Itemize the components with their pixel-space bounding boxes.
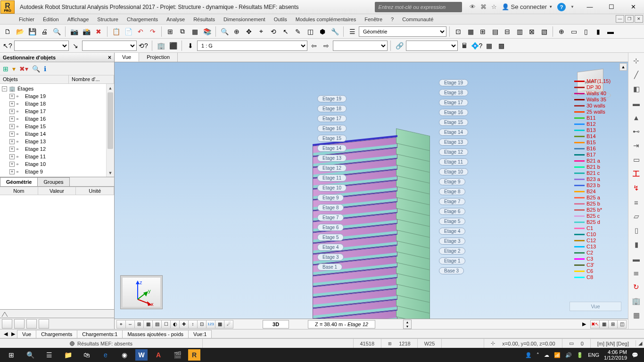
battery-icon[interactable]: 🔋 xyxy=(577,352,583,358)
snap8-icon[interactable]: ▧ xyxy=(538,26,550,37)
side-bar-icon[interactable]: ╱ xyxy=(630,69,643,81)
cloud-icon[interactable]: ☁ xyxy=(544,352,549,358)
mdi-minimize-button[interactable]: — xyxy=(616,15,624,23)
panel-close-icon[interactable]: × xyxy=(108,54,111,61)
pan-icon[interactable]: ✥ xyxy=(243,26,255,37)
select-combo-3[interactable] xyxy=(333,41,388,51)
layout-combo[interactable]: Géométrie xyxy=(359,26,446,37)
menu-resultats[interactable]: Résultats xyxy=(193,16,215,22)
notifications-icon[interactable]: 💬 xyxy=(632,352,638,358)
snap3-icon[interactable]: ⊞ xyxy=(477,26,488,37)
footer-btn-2[interactable] xyxy=(14,319,25,329)
cascade-icon[interactable]: ⧉ xyxy=(177,26,188,37)
tree-item[interactable]: +▫Etage 16 xyxy=(0,115,114,123)
mt-8[interactable]: ✚ xyxy=(179,320,189,329)
tree-item[interactable]: +▫Etage 13 xyxy=(0,138,114,145)
side-story-icon[interactable]: ≣ xyxy=(630,267,643,279)
save-icon[interactable]: 💾 xyxy=(26,26,38,37)
chrome-icon[interactable]: ◉ xyxy=(115,348,134,362)
mdi-restore-button[interactable]: ❐ xyxy=(625,15,634,23)
side-profile-icon[interactable]: ◧ xyxy=(630,83,643,95)
filter1-icon[interactable]: ↘ xyxy=(70,40,81,51)
rt-2[interactable]: ▦ xyxy=(599,320,609,329)
undo-icon[interactable]: ↶ xyxy=(135,26,146,37)
mt-11[interactable]: 123 xyxy=(206,320,215,329)
menu-affichage[interactable]: Affichage xyxy=(67,16,89,22)
tree-item[interactable]: +▫Etage 14 xyxy=(0,130,114,138)
side-wall-icon[interactable]: ▯ xyxy=(630,224,643,237)
zoom-extents-icon[interactable]: ⊕ xyxy=(231,26,242,37)
wrench-icon[interactable]: 🔧 xyxy=(329,26,340,37)
search-taskbar-icon[interactable]: 🔍 xyxy=(21,348,40,362)
find-icon[interactable]: 🔍 xyxy=(32,65,40,73)
menu-modules[interactable]: Modules complémentaires xyxy=(296,16,356,22)
view2-icon[interactable]: ▯ xyxy=(580,26,592,37)
vscroll-up[interactable]: ▲ xyxy=(619,63,627,71)
mt-6[interactable]: ☐ xyxy=(161,320,171,329)
load-prev-icon[interactable]: ⇦ xyxy=(308,40,320,51)
snap6-icon[interactable]: ▥ xyxy=(514,26,525,37)
window-icon[interactable]: ⊞ xyxy=(165,26,176,37)
menu-communaute[interactable]: Communauté xyxy=(402,16,433,22)
rt-1[interactable]: ✖↖ xyxy=(590,320,600,329)
side-load-icon[interactable]: ↯ xyxy=(630,182,643,194)
layers-icon[interactable]: 📚 xyxy=(201,26,213,37)
grid1-icon[interactable]: ▦ xyxy=(483,40,495,51)
axis-gizmo[interactable]: z y x xyxy=(120,275,163,309)
menu-help[interactable]: ? xyxy=(391,16,394,22)
word-icon[interactable]: W xyxy=(135,349,148,361)
menu-edition[interactable]: Édition xyxy=(43,16,59,22)
rt-4[interactable]: ◫ xyxy=(617,320,627,329)
mt-5[interactable]: ▤ xyxy=(152,320,162,329)
delete-icon[interactable]: ✖ xyxy=(93,26,104,37)
volume-icon[interactable]: 🔊 xyxy=(565,352,572,358)
tree-item[interactable]: +▫Etage 15 xyxy=(0,123,114,130)
tabs-next[interactable]: ▶ xyxy=(9,331,17,337)
side-refresh-icon[interactable]: ↻ xyxy=(630,281,643,293)
layout-manager-icon[interactable]: ☰ xyxy=(347,26,358,37)
view-mode-indicator[interactable]: 3D xyxy=(263,320,289,329)
minimize-button[interactable]: — xyxy=(579,0,601,14)
help-icon[interactable]: ? xyxy=(557,3,566,11)
col-objets[interactable]: Objets xyxy=(0,75,69,83)
side-isection-icon[interactable]: 工 xyxy=(630,168,643,180)
wifi-icon[interactable]: 📶 xyxy=(554,352,561,358)
view1-icon[interactable]: ▭ xyxy=(568,26,579,37)
vue-overlay-button[interactable]: Vue xyxy=(570,302,621,311)
side-table-icon[interactable]: ▦ xyxy=(630,309,643,321)
info-icon[interactable]: ℹ xyxy=(44,65,46,73)
loadcase-combo[interactable]: 1 : G xyxy=(197,41,307,51)
zoom-icon[interactable]: 🔍 xyxy=(219,26,230,37)
snap1-icon[interactable]: ⊡ xyxy=(453,26,464,37)
edit-icon[interactable]: ✎ xyxy=(292,26,304,37)
new-icon[interactable]: 🗋 xyxy=(2,26,13,37)
axis-icon[interactable]: ⊕ xyxy=(556,26,567,37)
mt-12[interactable]: ▦ xyxy=(215,320,224,329)
footer-btn-3[interactable] xyxy=(26,319,37,329)
load-next-icon[interactable]: ⇨ xyxy=(321,40,332,51)
tray-up-icon[interactable]: ˄ xyxy=(537,352,539,358)
tile-icon[interactable]: ▦ xyxy=(189,26,200,37)
select-combo-4[interactable] xyxy=(406,41,458,51)
taskview-icon[interactable]: ☰ xyxy=(40,348,58,362)
side-release-icon[interactable]: ⊷ xyxy=(630,125,643,138)
side-beam-icon[interactable]: ▬ xyxy=(630,253,643,265)
filter-icon[interactable]: ▾ xyxy=(12,65,16,73)
binoculars-icon[interactable]: 👁 xyxy=(470,3,476,10)
mt-3[interactable]: ⊞ xyxy=(134,320,144,329)
lang-indicator[interactable]: ENG xyxy=(588,352,599,358)
start-button[interactable]: ⊞ xyxy=(2,348,21,362)
object-tree[interactable]: −🏢Étages +▫Etage 19+▫Etage 18+▫Etage 17+… xyxy=(0,84,114,177)
mt-13[interactable]: ☄ xyxy=(224,320,233,329)
footer-btn-1[interactable] xyxy=(2,319,12,329)
cursor-icon[interactable]: ↖? xyxy=(2,40,13,51)
tab-geometrie[interactable]: Géométrie xyxy=(0,177,38,186)
tree-item[interactable]: +▫Etage 17 xyxy=(0,107,114,115)
z-level-indicator[interactable]: Z = 38.40 m - Etage 12 xyxy=(308,320,375,329)
tree-item[interactable]: +▫Etage 18 xyxy=(0,100,114,107)
select-combo-2[interactable] xyxy=(82,41,137,51)
load-icon[interactable]: ⬇ xyxy=(185,40,196,51)
clock[interactable]: 4:06 PM1/12/2019 xyxy=(604,349,627,361)
mt-2[interactable]: ↔ xyxy=(125,320,135,329)
view3-icon[interactable]: ▮ xyxy=(593,26,604,37)
